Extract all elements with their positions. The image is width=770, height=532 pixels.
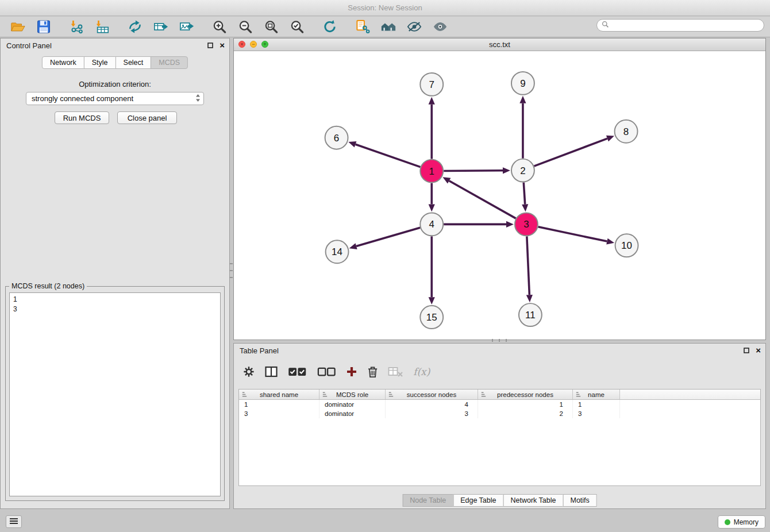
- network-window-titlebar[interactable]: ×−+ scc.txt: [234, 38, 765, 51]
- edge-1-6[interactable]: [356, 144, 421, 167]
- traffic-lights: ×−+: [238, 41, 268, 48]
- table-panel-close-icon[interactable]: ×: [756, 346, 761, 354]
- node-label-4: 4: [429, 219, 434, 230]
- edge-arrow-4-15: [429, 297, 435, 304]
- table-row[interactable]: 1dominator411: [239, 400, 760, 409]
- edge-arrow-2-8: [606, 136, 614, 141]
- network-from-selection-icon[interactable]: [355, 19, 370, 34]
- network-graph-svg: 1234678910111415: [234, 51, 765, 340]
- columns-icon[interactable]: [265, 366, 278, 377]
- column-header-MCDS-role[interactable]: MCDS role: [319, 390, 386, 399]
- window-minimize-icon[interactable]: −: [250, 41, 257, 48]
- toolbar-group: [5, 19, 56, 34]
- edge-2-3[interactable]: [523, 183, 525, 205]
- tab-select[interactable]: Select: [116, 56, 152, 69]
- mcds-result-title: MCDS result (2 nodes): [9, 282, 87, 290]
- tab-edge-table[interactable]: Edge Table: [453, 494, 503, 507]
- edge-3-1[interactable]: [449, 181, 516, 218]
- export-image-icon[interactable]: [179, 19, 194, 34]
- edge-4-14[interactable]: [356, 228, 420, 246]
- vertical-divider-handle[interactable]: [230, 263, 233, 278]
- tab-motifs[interactable]: Motifs: [563, 494, 596, 507]
- node-label-9: 9: [520, 78, 525, 89]
- show-panels-button[interactable]: [6, 515, 22, 528]
- edge-2-8[interactable]: [534, 138, 607, 166]
- window-zoom-icon[interactable]: +: [261, 41, 268, 48]
- select-all-icon[interactable]: [288, 366, 307, 377]
- import-table-icon[interactable]: [94, 19, 110, 34]
- column-header-label: name: [588, 391, 605, 398]
- home-icon[interactable]: [380, 19, 396, 34]
- memory-status-dot: [725, 519, 730, 525]
- zoom-fit-icon[interactable]: [263, 19, 279, 34]
- column-header-predecessor-nodes[interactable]: predecessor nodes: [478, 390, 573, 399]
- criterion-dropdown[interactable]: strongly connected component: [26, 92, 204, 105]
- float-panel-icon[interactable]: [207, 43, 213, 48]
- trash-icon[interactable]: [368, 366, 378, 377]
- save-session-icon[interactable]: [36, 19, 51, 34]
- edge-arrow-3-10: [606, 238, 614, 245]
- hide-icon[interactable]: [406, 19, 422, 34]
- sort-icon: [322, 391, 328, 398]
- table-cell: dominator: [319, 409, 386, 418]
- import-network-icon[interactable]: [68, 19, 84, 34]
- memory-button[interactable]: Memory: [718, 515, 765, 529]
- run-mcds-button[interactable]: Run MCDS: [55, 111, 109, 124]
- table-panel-title: Table Panel: [240, 346, 279, 355]
- node-label-8: 8: [623, 126, 629, 137]
- toolbar-group: [63, 19, 115, 34]
- table-cell: dominator: [319, 400, 386, 409]
- table-header-row: shared nameMCDS rolesuccessor nodesprede…: [239, 390, 760, 400]
- column-header-filler: [620, 390, 760, 399]
- column-header-name[interactable]: name: [573, 390, 620, 399]
- table-panel-window-buttons: ×: [744, 346, 761, 354]
- gear-icon[interactable]: [243, 366, 255, 377]
- zoom-in-icon[interactable]: [211, 19, 227, 34]
- eye-icon[interactable]: [432, 19, 448, 34]
- zoom-out-icon[interactable]: [237, 19, 253, 34]
- tab-network-table[interactable]: Network Table: [503, 494, 564, 507]
- open-session-icon[interactable]: [10, 19, 25, 34]
- add-icon[interactable]: [346, 366, 357, 377]
- mcds-result-list[interactable]: 13: [9, 292, 221, 496]
- table-body: 1dominator4113dominator323: [239, 400, 760, 418]
- search-box[interactable]: [596, 19, 764, 32]
- table-cell: 2: [478, 409, 573, 418]
- table-cell: 1: [573, 400, 620, 409]
- export-network-icon[interactable]: [127, 19, 143, 34]
- search-input[interactable]: [612, 21, 759, 29]
- control-panel-close-icon[interactable]: ×: [220, 41, 225, 49]
- tab-network[interactable]: Network: [42, 56, 84, 69]
- table-row[interactable]: 3dominator323: [239, 409, 760, 418]
- window-close-icon[interactable]: ×: [238, 41, 245, 48]
- tab-mcds[interactable]: MCDS: [151, 56, 188, 69]
- node-label-11: 11: [525, 310, 536, 321]
- close-panel-button[interactable]: Close panel: [117, 111, 177, 124]
- tab-style[interactable]: Style: [84, 56, 116, 69]
- column-header-label: shared name: [260, 391, 298, 398]
- edge-3-11[interactable]: [527, 236, 530, 295]
- search-icon: [602, 20, 612, 30]
- tab-node-table[interactable]: Node Table: [402, 494, 453, 507]
- table-cell: 1: [478, 400, 573, 409]
- table-cell: 3: [573, 409, 620, 418]
- network-view-window: ×−+ scc.txt 1234678910111415: [233, 38, 766, 340]
- float-table-panel-icon[interactable]: [744, 348, 749, 353]
- export-table-icon[interactable]: [153, 19, 168, 34]
- column-header-shared-name[interactable]: shared name: [239, 390, 319, 399]
- unselect-all-icon[interactable]: [317, 366, 336, 377]
- horizontal-divider-handle[interactable]: [492, 339, 507, 342]
- edge-3-10[interactable]: [538, 227, 607, 241]
- edge-1-2[interactable]: [444, 171, 503, 171]
- edge-arrow-3-11: [526, 295, 533, 302]
- edge-arrow-1-6: [348, 141, 356, 148]
- sort-icon: [388, 391, 394, 398]
- window-titlebar: Session: New Session: [0, 0, 770, 16]
- network-canvas[interactable]: 1234678910111415: [234, 51, 765, 340]
- column-header-label: successor nodes: [407, 391, 456, 398]
- edge-arrow-1-2: [503, 167, 510, 174]
- refresh-icon[interactable]: [322, 19, 337, 34]
- zoom-selected-icon[interactable]: [289, 19, 305, 34]
- function-icon: f(x): [413, 366, 430, 377]
- column-header-successor-nodes[interactable]: successor nodes: [386, 390, 478, 399]
